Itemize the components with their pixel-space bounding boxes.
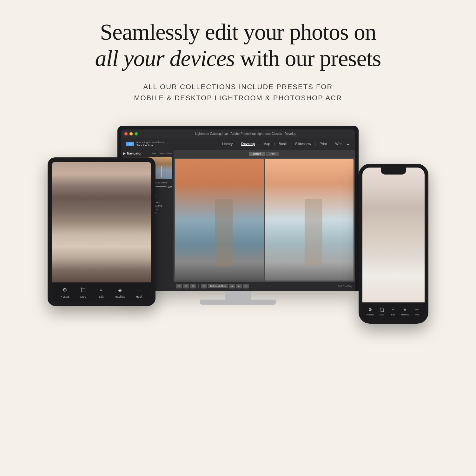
lr-tab-print[interactable]: Print — [320, 142, 327, 146]
ipad-tool-masking[interactable]: ◈ Masking — [115, 286, 125, 298]
lr-photo-after — [265, 159, 354, 281]
lr-before-btn[interactable]: Before — [249, 152, 265, 156]
nav-separator5: | — [315, 142, 316, 146]
lr-tab-develop[interactable]: Develop — [241, 142, 255, 146]
lr-zoom2-label: 300% — [165, 152, 172, 155]
toolbar-divider — [198, 284, 199, 288]
lr-toolbar-flag[interactable]: ⚑ — [201, 284, 207, 288]
devices-container: Lightroom Catalog.lrcat - Adobe Photosho… — [48, 126, 428, 364]
iphone-edit-icon: ≡ — [390, 306, 397, 313]
lr-top-bar: LrC Adobe Lightroom Classic Sara Houliha… — [121, 138, 355, 150]
heal-icon — [135, 286, 143, 294]
lr-tab-slideshow[interactable]: Slideshow — [295, 142, 311, 146]
headline: Seamlessly edit your photos on all your … — [95, 19, 381, 72]
lr-toolbar-import[interactable]: ⊕ — [243, 284, 249, 288]
ipad-tool-edit[interactable]: ≡ Edit — [96, 286, 105, 298]
iphone-crop-icon — [378, 306, 385, 313]
traffic-light-yellow[interactable] — [129, 132, 133, 136]
lr-ba-select[interactable]: Before & After — [208, 284, 228, 288]
nav-separator2: | — [259, 142, 260, 146]
lr-tab-map[interactable]: Map — [263, 142, 270, 146]
iphone-tool-crop[interactable]: Crop — [378, 306, 385, 316]
mac-stand-base — [200, 300, 276, 305]
navigator-triangle-icon: ▶ — [123, 152, 126, 155]
mac-titlebar: Lightroom Catalog.lrcat - Adobe Photosho… — [121, 129, 355, 138]
ipad: ‹ ◉ ☺ ★ ☁ ••• ⚙ P — [48, 157, 155, 306]
iphone-heal-icon — [413, 306, 420, 313]
photo-figure-before — [215, 199, 233, 266]
lr-before-after: Before After — [174, 150, 355, 158]
ipad-wedding-bg — [52, 162, 151, 282]
nav-separator6: | — [331, 142, 332, 146]
nav-separator: | — [236, 142, 237, 146]
iphone-masking-icon: ◈ — [401, 306, 408, 313]
traffic-light-red[interactable] — [124, 132, 128, 136]
iphone-screen: 9:41 ▌▌▌ WiFi 🔋 ◉ ☺ ☁ ✕ — [362, 168, 425, 320]
mac-stand-neck — [225, 291, 251, 300]
iphone-photo: 9:41 ▌▌▌ WiFi 🔋 ◉ ☺ ☁ ✕ — [362, 168, 425, 302]
lr-toolbar-next[interactable]: ▶ — [236, 284, 242, 288]
lr-after-btn[interactable]: After — [266, 152, 279, 156]
headline-rest: with our presets — [235, 46, 381, 71]
lr-fit-label: FIT — [152, 152, 156, 155]
lr-cloud-icon: ☁ — [346, 142, 350, 146]
lr-tab-web[interactable]: Web — [335, 142, 342, 146]
iphone: 9:41 ▌▌▌ WiFi 🔋 ◉ ☺ ☁ ✕ — [359, 164, 428, 324]
lr-soft-proofing[interactable]: Soft Proofing — [338, 285, 352, 288]
lr-toolbar-compare[interactable]: ⊟ — [183, 284, 189, 288]
lr-toolbar-prev[interactable]: ◀ — [229, 284, 235, 288]
page-wrapper: Seamlessly edit your photos on all your … — [0, 0, 476, 476]
mac-window-title: Lightroom Catalog.lrcat - Adobe Photosho… — [140, 132, 352, 136]
lightroom-ui: LrC Adobe Lightroom Classic Sara Houliha… — [121, 138, 355, 291]
ipad-tool-crop[interactable]: Crop — [79, 286, 88, 298]
ipad-bottom-bar: ⚙ Presets Crop — [52, 282, 151, 301]
crop-icon — [79, 286, 88, 294]
subtitle-line2: MOBILE & DESKTOP LIGHTROOM & PHOTOSHOP A… — [134, 92, 342, 103]
lr-photos — [174, 158, 355, 282]
lr-toolbar-zoom[interactable]: ⊠ — [190, 284, 196, 288]
lr-main-content: Before After — [174, 150, 355, 291]
iphone-tool-presets[interactable]: ⚙ Presets — [367, 306, 374, 316]
iphone-tool-masking[interactable]: ◈ Masking — [401, 306, 409, 316]
lr-content: ▶ Navigator FIT 100% 300% — [121, 150, 355, 291]
lr-navigator-title: ▶ Navigator FIT 100% 300% — [123, 152, 172, 155]
iphone-presets-icon: ⚙ — [367, 306, 374, 313]
traffic-light-green[interactable] — [135, 132, 138, 136]
iphone-body: 9:41 ▌▌▌ WiFi 🔋 ◉ ☺ ☁ ✕ — [359, 164, 428, 324]
nav-separator4: | — [290, 142, 291, 146]
iphone-bottom-bar: ⚙ Presets Crop — [362, 302, 425, 320]
lr-tab-library[interactable]: Library — [222, 142, 233, 146]
iphone-tool-edit[interactable]: ≡ Edit — [390, 306, 397, 316]
lr-photo-before — [175, 159, 264, 281]
nav-separator3: | — [274, 142, 275, 146]
lr-logo: LrC — [126, 142, 134, 146]
lr-toolbar-grid[interactable]: ⊞ — [176, 284, 182, 288]
iphone-woman-bg — [362, 168, 425, 302]
iphone-tool-heal[interactable]: Heal — [413, 306, 420, 316]
edit-icon: ≡ — [96, 286, 105, 294]
ipad-body: ‹ ◉ ☺ ★ ☁ ••• ⚙ P — [48, 157, 155, 306]
ipad-tool-heal[interactable]: Heal — [135, 286, 143, 298]
masking-icon: ◈ — [116, 286, 124, 294]
headline-line1: Seamlessly edit your photos on — [100, 19, 376, 45]
lr-bottom-toolbar: ⊞ ⊟ ⊠ ⚑ Before & After ◀ ▶ ⊕ Soft Proofi… — [174, 282, 355, 291]
lr-zoom-label: 100% — [157, 152, 164, 155]
subtitle: ALL OUR COLLECTIONS INCLUDE PRESETS FOR … — [134, 81, 342, 103]
lr-nav-tabs: Library | Develop | Map | Book | Slidesh… — [222, 142, 350, 146]
subtitle-line1: ALL OUR COLLECTIONS INCLUDE PRESETS FOR — [134, 81, 342, 92]
photo-figure-after — [305, 199, 322, 266]
lr-user-name: Sara Houlihan — [136, 144, 165, 147]
ipad-photo: ‹ ◉ ☺ ★ ☁ ••• — [52, 162, 151, 282]
presets-icon: ⚙ — [60, 286, 69, 294]
headline-italic: all your devices — [95, 46, 235, 71]
iphone-notch — [381, 168, 406, 175]
ipad-tool-presets[interactable]: ⚙ Presets — [60, 286, 69, 298]
lr-tab-book[interactable]: Book — [279, 142, 287, 146]
ipad-screen: ‹ ◉ ☺ ★ ☁ ••• ⚙ P — [52, 162, 151, 301]
lr-app-name: Adobe Lightroom Classic — [136, 141, 165, 144]
